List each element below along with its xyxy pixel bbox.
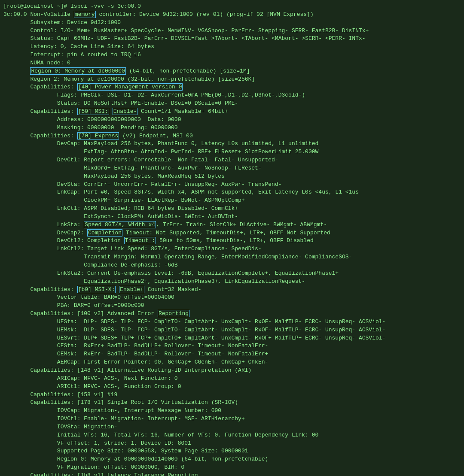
terminal-output: [root@localhost ~]# lspci -vvv -s 3c:00.… [3, 3, 461, 476]
line-prompt: [root@localhost ~]# lspci -vvv -s 3c:00.… [3, 3, 385, 476]
terminal-window: [root@localhost ~]# lspci -vvv -s 3c:00.… [0, 0, 464, 476]
